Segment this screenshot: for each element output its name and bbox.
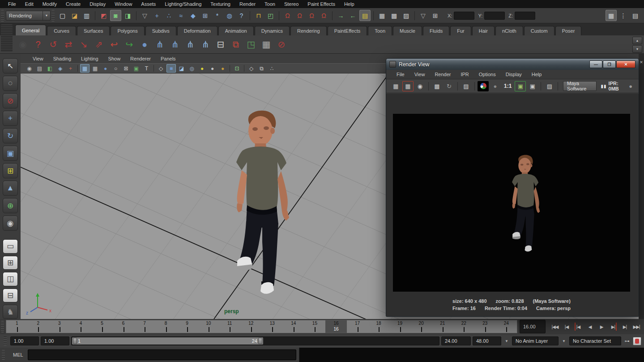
new-scene-icon[interactable]: ▢ (57, 10, 68, 21)
frame-cell[interactable]: 17 17 (347, 320, 368, 333)
zoom-ratio-label[interactable]: 1:1 (504, 83, 512, 89)
shelf-tab[interactable]: Poser (555, 26, 582, 35)
create-node-icon[interactable]: ⧉ (228, 37, 243, 52)
shelf-tab[interactable]: Deformation (177, 26, 218, 35)
shelf-tab[interactable]: Rendering (290, 26, 327, 35)
toolbar-grip[interactable] (1, 10, 4, 22)
move-tool[interactable]: + (3, 111, 18, 126)
viewport-menu-item[interactable]: Shading (48, 56, 76, 61)
viewport-menu-item[interactable]: Lighting (76, 56, 103, 61)
frame-cell[interactable]: 7 7 (134, 320, 155, 333)
frame-ruler[interactable]: 1 1 2 2 3 3 4 4 5 5 6 6 (6, 320, 517, 333)
render-view-menu-item[interactable]: IPR (456, 72, 473, 77)
frame-cell[interactable]: 10 10 (198, 320, 219, 333)
shelf-tab[interactable]: Fluids (423, 26, 449, 35)
paint-select-tool[interactable]: ⊘ (3, 93, 18, 108)
render-view-menu-item[interactable]: Help (527, 72, 547, 77)
command-line-grip[interactable] (2, 350, 5, 360)
frame-cell[interactable]: 11 11 (219, 320, 240, 333)
delete-unused-nodes-icon[interactable]: ● (137, 37, 152, 52)
step-back-key-button[interactable]: |◀ (572, 321, 584, 332)
menu-item[interactable]: Help (340, 1, 359, 7)
frame-cell[interactable]: 12 12 (240, 320, 262, 333)
construction-history-icon[interactable]: ▤ (359, 10, 371, 21)
render-view-menu-item[interactable]: View (409, 72, 430, 77)
group-icon[interactable]: ⋔ (152, 37, 167, 52)
shelf-tab[interactable]: Fur (450, 26, 471, 35)
viewport-menu-item[interactable]: View (28, 56, 48, 61)
field-chart-icon[interactable]: ⊠ (121, 64, 131, 73)
show-attribute-editor-icon[interactable]: ▤ (630, 10, 641, 21)
select-deformations-icon[interactable]: ⊞ (200, 10, 211, 21)
select-surfaces-icon[interactable]: ◆ (188, 10, 199, 21)
frame-cell[interactable]: 8 8 (155, 320, 177, 333)
shelf-tab[interactable]: Custom (524, 26, 554, 35)
go-to-end-button[interactable]: ▶▶| (631, 321, 642, 332)
character-model[interactable] (219, 108, 300, 296)
toolbar-grip[interactable] (51, 10, 55, 22)
select-component-icon[interactable]: ◨ (122, 10, 133, 21)
render-region-icon[interactable]: ▨ (461, 81, 472, 91)
z-coordinate-field[interactable] (515, 12, 535, 20)
frame-cell[interactable]: 4 4 (70, 320, 92, 333)
frame-cell[interactable]: 23 23 (474, 320, 496, 333)
paint-effects-brush-icon[interactable]: ⊘ (274, 37, 289, 52)
redo-previous-render-icon[interactable]: ▦ (402, 81, 414, 91)
snap-to-grids-icon[interactable]: Ω (282, 10, 293, 21)
maximize-button[interactable]: ❐ (603, 60, 616, 68)
menu-item[interactable]: Create (61, 1, 85, 7)
menu-item[interactable]: Window (110, 1, 136, 7)
textured-icon[interactable]: ◪ (177, 64, 186, 73)
default-light-icon[interactable]: ● (197, 64, 207, 73)
step-forward-frame-button[interactable]: ▶| (619, 321, 631, 332)
shelf-tab[interactable]: Toon (368, 26, 392, 35)
select-tool[interactable]: ↖ (3, 58, 18, 73)
pause-ipr-icon[interactable]: ▮▮ (601, 84, 607, 89)
shelf-tab[interactable]: Muscle (393, 26, 422, 35)
close-button[interactable]: ✕ (616, 60, 635, 68)
shelf-tab[interactable]: nCloth (495, 26, 523, 35)
four-pane-layout-button[interactable]: ⊞ (3, 256, 18, 270)
y-coordinate-field[interactable] (484, 12, 505, 20)
refresh-ipr-icon[interactable]: ↻ (444, 81, 455, 91)
frame-cell[interactable]: 6 6 (113, 320, 134, 333)
persp-graph-layout-button[interactable]: ⊟ (3, 289, 18, 303)
safe-title-icon[interactable]: T (142, 64, 151, 73)
shelf-tab[interactable]: Curves (47, 26, 76, 35)
ungroup-icon[interactable]: ⋔ (167, 37, 183, 52)
save-scene-icon[interactable]: ▥ (81, 10, 92, 21)
anim-layer-field[interactable]: No Anim Layer (512, 336, 559, 345)
tumble-camera-icon[interactable]: ↺ (46, 37, 61, 52)
plugin-shapes-icon[interactable]: ∴ (267, 64, 277, 73)
chevron-down-icon[interactable]: ▼ (503, 337, 510, 345)
current-time-field[interactable]: 16.00 (520, 320, 546, 333)
isolate-select-icon[interactable]: ⊡ (232, 64, 242, 73)
open-scene-icon[interactable]: ◪ (69, 10, 80, 21)
renderer-dropdown[interactable]: Maya Software (563, 81, 597, 91)
frame-cell[interactable]: 2 2 (28, 320, 49, 333)
display-rgb-channels-icon[interactable]: ● (478, 81, 489, 91)
shelf-grip[interactable] (1, 24, 13, 52)
animation-start-field[interactable]: 1.00 (10, 336, 39, 345)
frame-cell[interactable]: 14 14 (283, 320, 304, 333)
grid-icon[interactable]: ▦ (80, 64, 90, 73)
help-icon[interactable]: ? (30, 37, 46, 52)
menu-set-dropdown[interactable]: Rendering ▼ (6, 11, 51, 21)
undo-icon[interactable]: ↩ (107, 37, 122, 52)
lock-selection-icon[interactable]: ⊓ (253, 10, 264, 21)
menu-item[interactable]: Stereo (280, 1, 303, 7)
keep-image-icon[interactable]: ▣ (515, 81, 526, 91)
go-to-start-button[interactable]: |◀◀ (549, 321, 561, 332)
xray-icon[interactable]: ◇ (247, 64, 256, 73)
image-plane-icon[interactable]: ◈ (55, 64, 65, 73)
step-forward-key-button[interactable]: ▶| (607, 321, 619, 332)
menu-item[interactable]: Lighting/Shading (160, 1, 206, 7)
shelf-tab[interactable]: General (15, 25, 46, 35)
input-connections-icon[interactable]: → (335, 10, 346, 21)
ipr-render-icon[interactable]: ▩ (388, 10, 400, 21)
shelf-tab[interactable]: Subdivs (145, 26, 176, 35)
menu-item[interactable]: Display (85, 1, 110, 7)
shelf-scroll-up-icon[interactable]: ▲ (632, 37, 642, 44)
resolution-gate-icon[interactable]: ● (101, 64, 110, 73)
frame-cell[interactable]: 9 9 (176, 320, 198, 333)
